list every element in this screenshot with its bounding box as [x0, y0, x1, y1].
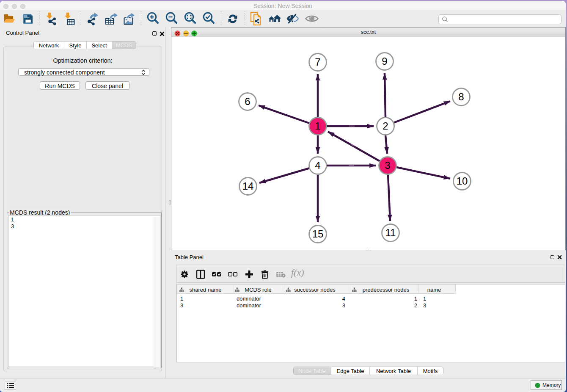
- svg-text:7: 7: [315, 56, 320, 68]
- svg-text:1: 1: [315, 120, 320, 132]
- svg-text:3: 3: [385, 160, 390, 171]
- svg-text:6: 6: [245, 96, 250, 107]
- svg-text:15: 15: [312, 228, 324, 240]
- svg-text:14: 14: [242, 180, 254, 192]
- svg-text:10: 10: [457, 175, 468, 187]
- svg-text:9: 9: [382, 55, 387, 67]
- svg-text:8: 8: [458, 91, 464, 102]
- svg-text:2: 2: [383, 120, 388, 132]
- svg-text:4: 4: [315, 160, 320, 171]
- svg-text:11: 11: [385, 227, 396, 238]
